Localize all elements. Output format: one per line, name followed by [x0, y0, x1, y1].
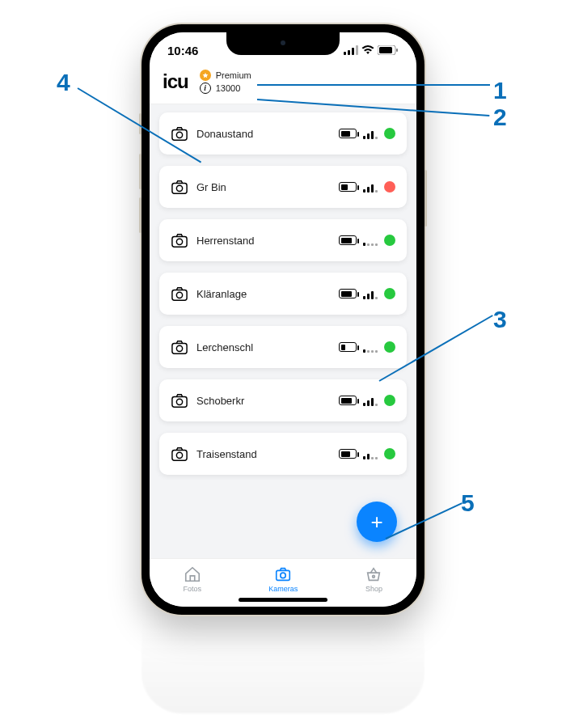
camera-icon — [274, 565, 292, 583]
camera-icon — [171, 232, 188, 248]
status-dot — [384, 341, 395, 353]
camera-icon — [171, 446, 188, 462]
phone-notch — [226, 32, 340, 55]
phone-screen: 10:46 icu Premium i 13000 — [150, 32, 416, 607]
status-dot — [384, 181, 395, 193]
battery-icon — [339, 342, 357, 352]
status-dot — [384, 235, 395, 246]
svg-point-23 — [373, 575, 375, 578]
camera-name: Herrenstand — [196, 235, 255, 247]
camera-name: Gr Bin — [196, 181, 226, 193]
svg-rect-1 — [348, 50, 350, 55]
basket-icon — [365, 565, 382, 583]
camera-icon — [171, 339, 188, 355]
battery-icon — [339, 129, 357, 138]
svg-point-16 — [176, 345, 182, 351]
phone-reflection — [142, 616, 424, 713]
tab-fotos[interactable]: Fotos — [184, 565, 202, 593]
wifi-icon — [361, 45, 374, 55]
camera-card[interactable]: Herrenstand — [159, 219, 407, 261]
svg-rect-13 — [172, 290, 187, 300]
camera-icon — [171, 286, 188, 302]
svg-point-10 — [176, 185, 182, 191]
plus-icon: + — [370, 511, 382, 532]
camera-card[interactable]: Kläranlage — [159, 273, 407, 315]
signal-icon — [363, 341, 378, 353]
signal-icon — [363, 235, 378, 246]
info-icon: i — [200, 83, 211, 94]
svg-rect-15 — [172, 343, 187, 353]
callout-2: 2 — [493, 104, 507, 131]
star-icon — [200, 70, 211, 81]
battery-icon — [339, 182, 357, 192]
status-dot — [384, 448, 395, 459]
signal-icon — [363, 181, 378, 193]
svg-rect-11 — [172, 236, 187, 247]
status-time: 10:46 — [167, 44, 198, 57]
svg-point-12 — [176, 239, 182, 244]
camera-card[interactable]: Traisenstand — [159, 433, 407, 475]
tab-kameras-label: Kameras — [268, 585, 298, 593]
callout-4: 4 — [57, 69, 70, 96]
cellular-icon — [344, 45, 358, 55]
camera-list[interactable]: Donaustand Gr Bin Herrenstand Kläranlage… — [150, 104, 416, 551]
svg-rect-3 — [356, 45, 358, 55]
camera-name: Schoberkr — [196, 395, 244, 407]
camera-name: Kläranlage — [196, 288, 247, 300]
signal-icon — [363, 288, 378, 299]
svg-point-22 — [281, 573, 285, 578]
svg-rect-9 — [172, 183, 187, 193]
status-dot — [384, 288, 395, 299]
signal-icon — [363, 128, 378, 139]
premium-row[interactable]: Premium — [200, 70, 251, 81]
svg-rect-5 — [379, 47, 392, 53]
phone-frame: 10:46 icu Premium i 13000 — [142, 24, 424, 615]
svg-point-20 — [176, 452, 182, 458]
camera-name: Donaustand — [196, 128, 253, 140]
battery-icon — [339, 289, 357, 298]
camera-name: Traisenstand — [196, 448, 257, 460]
battery-icon — [339, 396, 357, 405]
signal-icon — [363, 395, 378, 406]
battery-status-icon — [378, 45, 399, 55]
tab-kameras[interactable]: Kameras — [268, 565, 298, 593]
callout-3: 3 — [493, 306, 507, 333]
points-value: 13000 — [216, 83, 241, 93]
camera-icon — [171, 125, 188, 142]
camera-icon — [171, 179, 188, 195]
home-icon — [184, 565, 201, 583]
camera-card[interactable]: Donaustand — [159, 112, 407, 154]
status-dot — [384, 128, 395, 139]
svg-rect-21 — [277, 570, 290, 580]
camera-name: Lerchenschl — [196, 341, 253, 353]
camera-card[interactable]: Gr Bin — [159, 166, 407, 208]
svg-rect-2 — [352, 48, 354, 55]
callout-line-1 — [257, 84, 490, 86]
svg-point-14 — [176, 292, 182, 298]
battery-icon — [339, 235, 357, 245]
svg-rect-6 — [396, 49, 398, 52]
status-dot — [384, 395, 395, 406]
svg-rect-0 — [344, 52, 346, 55]
tab-shop-label: Shop — [365, 585, 382, 593]
points-row[interactable]: i 13000 — [200, 83, 251, 94]
status-icons — [344, 45, 399, 55]
header-meta: Premium i 13000 — [200, 70, 251, 94]
tab-fotos-label: Fotos — [184, 585, 202, 593]
svg-rect-7 — [172, 129, 187, 140]
battery-icon — [339, 449, 357, 459]
app-logo: icu — [163, 70, 188, 93]
tab-shop[interactable]: Shop — [365, 565, 382, 593]
callout-1: 1 — [493, 77, 507, 104]
svg-rect-19 — [172, 450, 187, 460]
svg-rect-17 — [172, 396, 187, 407]
svg-point-18 — [176, 399, 182, 404]
camera-icon — [171, 392, 188, 408]
callout-5: 5 — [461, 489, 475, 517]
svg-point-8 — [176, 132, 182, 138]
camera-card[interactable]: Schoberkr — [159, 379, 407, 421]
home-indicator — [239, 598, 327, 602]
premium-label: Premium — [216, 70, 251, 80]
camera-card[interactable]: Lerchenschl — [159, 326, 407, 368]
signal-icon — [363, 448, 378, 459]
